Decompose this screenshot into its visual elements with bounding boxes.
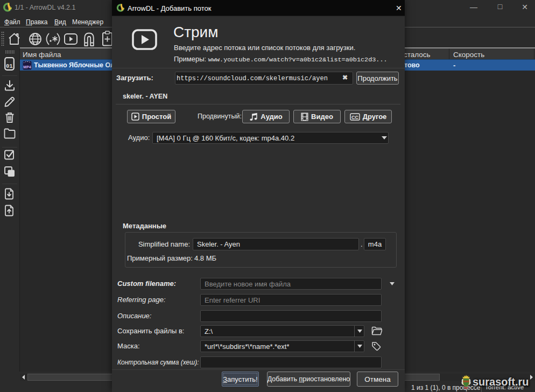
svg-text:CC: CC xyxy=(351,114,358,120)
svg-text:МР4: МР4 xyxy=(23,65,31,69)
svg-text:01: 01 xyxy=(6,63,13,69)
